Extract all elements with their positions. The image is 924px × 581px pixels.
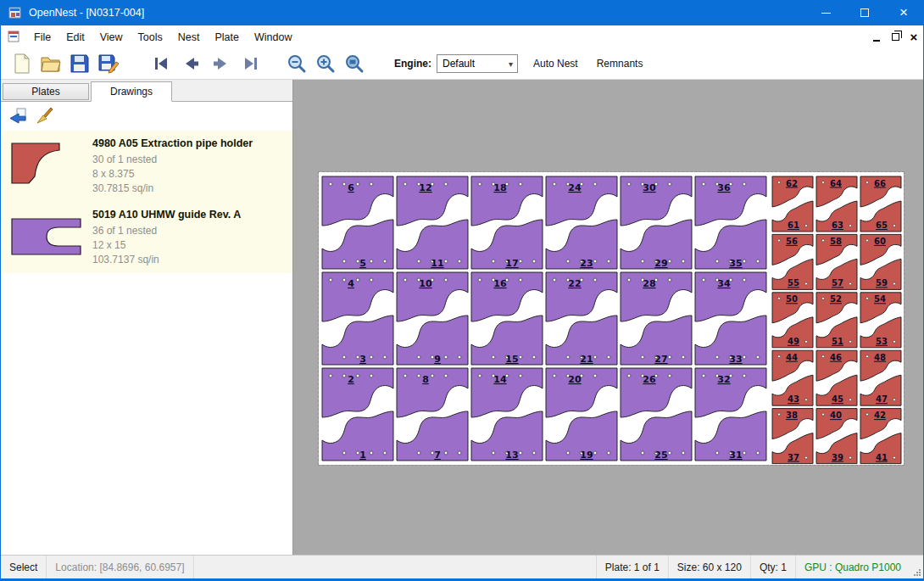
last-plate-button[interactable] [235, 51, 264, 76]
menu-plate[interactable]: Plate [207, 27, 247, 47]
red-part-pair[interactable]: 6261 [772, 176, 813, 232]
red-part-pair[interactable]: 5857 [816, 234, 857, 289]
new-button[interactable] [8, 51, 36, 76]
red-part-pair[interactable]: 6665 [860, 176, 901, 232]
purple-part-pair[interactable]: 87 [397, 368, 468, 461]
nest-canvas[interactable]: 6512111817242330293635431091615222128273… [293, 80, 923, 555]
svg-text:17: 17 [505, 258, 518, 269]
red-part-pair[interactable]: 3837 [772, 409, 813, 464]
red-part-pair[interactable]: 5251 [816, 293, 857, 348]
purple-part-pair[interactable]: 2423 [546, 176, 617, 269]
engine-select[interactable]: Default ▾ [437, 54, 518, 73]
svg-text:28: 28 [643, 278, 655, 289]
svg-text:23: 23 [580, 258, 593, 269]
purple-part-pair[interactable]: 43 [322, 272, 393, 365]
menu-view[interactable]: View [92, 27, 131, 47]
open-button[interactable] [36, 51, 65, 76]
zoom-out-button[interactable] [282, 51, 311, 76]
purple-part-pair[interactable]: 2019 [546, 368, 617, 461]
svg-text:34: 34 [717, 278, 731, 289]
clear-button[interactable] [32, 105, 56, 127]
remnants-button[interactable]: Remnants [593, 53, 647, 74]
purple-part-pair[interactable]: 1413 [471, 368, 543, 461]
drawings-panel: 4980 A05 Extraction pipe holder 30 of 1 … [1, 102, 292, 555]
app-window: OpenNest - [N0317-004] × File Edit View … [0, 0, 924, 581]
minimize-button[interactable] [806, 0, 845, 25]
next-plate-button[interactable] [206, 51, 235, 76]
menu-nest[interactable]: Nest [170, 27, 208, 47]
save-button[interactable] [65, 51, 94, 76]
purple-part-pair[interactable]: 2625 [621, 368, 692, 461]
plate-sheet[interactable]: 6512111817242330293635431091615222128273… [319, 172, 904, 465]
first-plate-button[interactable] [148, 51, 177, 76]
minimize-icon [873, 40, 880, 42]
mdi-restore-button[interactable] [886, 29, 905, 46]
auto-nest-button[interactable]: Auto Nest [530, 53, 582, 74]
red-part-pair[interactable]: 5655 [772, 234, 813, 289]
purple-part-pair[interactable]: 2827 [621, 272, 692, 365]
purple-part-pair[interactable]: 21 [322, 368, 393, 461]
svg-text:49: 49 [788, 337, 799, 346]
red-part-pair[interactable]: 4039 [816, 409, 857, 464]
red-part-pair[interactable]: 4241 [860, 409, 901, 464]
mdi-close-button[interactable]: × [905, 29, 923, 46]
red-part-pair[interactable]: 4443 [772, 350, 813, 405]
red-part-pair[interactable]: 4847 [860, 350, 901, 405]
maximize-button[interactable] [845, 0, 884, 25]
minimize-icon [821, 13, 831, 14]
red-part-thumbnail [9, 141, 64, 190]
svg-text:9: 9 [434, 354, 441, 365]
drawing-title: 4980 A05 Extraction pipe holder [92, 137, 287, 149]
drawing-nested: 30 of 1 nested [92, 153, 287, 167]
purple-part-pair[interactable]: 1615 [471, 272, 543, 365]
purple-part-pair[interactable]: 3231 [695, 368, 766, 461]
menu-tools[interactable]: Tools [131, 27, 170, 47]
previous-plate-button[interactable] [177, 51, 206, 76]
purple-part-pair[interactable]: 2221 [546, 272, 617, 365]
close-button[interactable]: × [884, 0, 923, 25]
svg-text:1: 1 [359, 450, 366, 461]
purple-part-pair[interactable]: 3029 [621, 176, 692, 269]
mdi-minimize-button[interactable] [867, 29, 886, 46]
svg-text:63: 63 [832, 221, 843, 230]
red-part-pair[interactable]: 5049 [772, 293, 813, 348]
purple-part-pair[interactable]: 109 [397, 272, 468, 365]
svg-text:11: 11 [431, 258, 443, 269]
menu-window[interactable]: Window [247, 27, 299, 47]
purple-part-pair[interactable]: 1211 [397, 176, 468, 269]
tab-drawings[interactable]: Drawings [91, 81, 172, 102]
document-icon[interactable] [8, 31, 20, 43]
svg-text:41: 41 [876, 453, 888, 462]
drawing-item[interactable]: 4980 A05 Extraction pipe holder 30 of 1 … [1, 131, 292, 202]
drawing-item[interactable]: 5019 A10 UHMW guide Rev. A 36 of 1 neste… [1, 202, 292, 273]
purple-part-pair[interactable]: 1817 [471, 176, 543, 269]
zoom-in-button[interactable] [311, 51, 340, 76]
svg-text:33: 33 [729, 354, 742, 365]
save-as-button[interactable] [94, 51, 123, 76]
purple-part-pair[interactable]: 3433 [695, 272, 766, 365]
content-area: Plates Drawings [1, 80, 923, 555]
resize-grip[interactable] [910, 556, 923, 578]
svg-text:56: 56 [786, 237, 798, 246]
menu-file[interactable]: File [26, 27, 58, 47]
mode-indicator: Select [1, 556, 47, 578]
red-part-pair[interactable]: 6463 [816, 176, 857, 232]
menu-edit[interactable]: Edit [58, 27, 92, 47]
svg-text:27: 27 [654, 354, 667, 365]
svg-text:24: 24 [568, 182, 582, 193]
red-part-pair[interactable]: 4645 [816, 350, 857, 405]
red-part-pair[interactable]: 5453 [860, 293, 901, 348]
svg-text:13: 13 [505, 450, 518, 461]
red-part-pair[interactable]: 6059 [860, 234, 901, 289]
plate-size: Size: 60 x 120 [668, 556, 750, 578]
close-icon: × [899, 4, 908, 21]
purple-part-pair[interactable]: 3635 [695, 176, 766, 269]
svg-text:61: 61 [788, 221, 799, 230]
move-back-button[interactable] [5, 105, 29, 127]
zoom-fit-button[interactable] [340, 51, 369, 76]
tab-plates[interactable]: Plates [3, 83, 89, 100]
purple-part-pair[interactable]: 65 [322, 176, 393, 269]
clear-icon [34, 106, 54, 126]
svg-text:4: 4 [348, 278, 354, 289]
svg-text:26: 26 [643, 374, 656, 385]
